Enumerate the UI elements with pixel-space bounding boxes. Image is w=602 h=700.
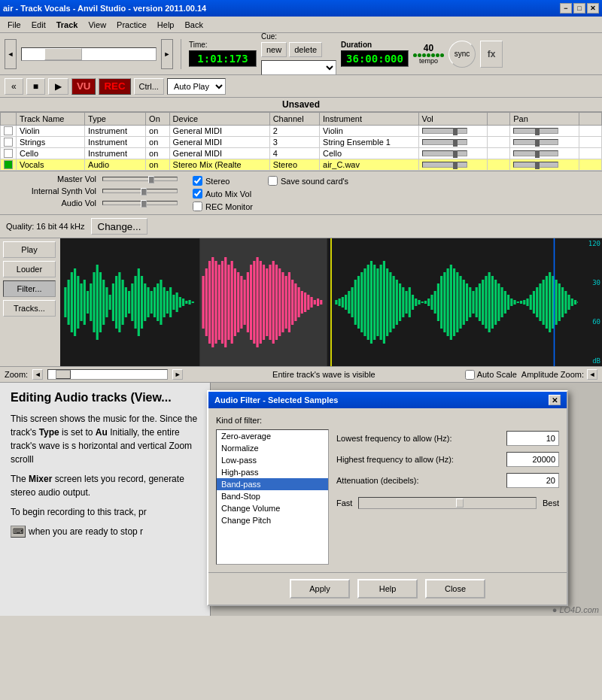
menu-help[interactable]: Help <box>153 19 179 31</box>
lowest-freq-input[interactable] <box>506 431 559 446</box>
filter-params: Lowest frequency to allow (Hz): Highest … <box>336 416 559 565</box>
db-label-60: 60 <box>578 318 600 326</box>
row-pan <box>510 148 579 159</box>
svg-rect-119 <box>453 268 455 336</box>
filter-item-change-pitch[interactable]: Change Pitch <box>217 514 328 526</box>
filter-item-low-pass[interactable]: Low-pass <box>217 454 328 466</box>
toolbar: ◄ ► Time: 1:01:173 Cue: new delete Durat… <box>0 33 602 75</box>
filter-item-band-stop[interactable]: Band-Stop <box>217 490 328 502</box>
stop-button[interactable]: ■ <box>26 78 45 95</box>
row-type: Instrument <box>85 137 146 148</box>
quality-slider[interactable] <box>358 497 537 509</box>
rec-monitor-checkbox[interactable] <box>193 202 202 211</box>
menu-practice[interactable]: Practice <box>112 19 151 31</box>
svg-rect-28 <box>147 287 149 317</box>
table-row[interactable]: Vocals Audio on Stereo Mix (Realte Stere… <box>1 159 602 171</box>
svg-rect-151 <box>555 280 558 325</box>
svg-rect-59 <box>253 261 255 344</box>
svg-rect-7 <box>80 283 82 321</box>
maximize-button[interactable]: □ <box>573 3 585 14</box>
svg-rect-157 <box>574 300 576 305</box>
stereo-checkbox[interactable] <box>193 176 202 186</box>
filter-item-band-pass[interactable]: Band-pass <box>217 478 328 490</box>
svg-rect-116 <box>443 272 445 332</box>
zoom-scrollbar[interactable] <box>47 369 168 380</box>
sync-button[interactable]: sync <box>448 41 476 68</box>
row-indicator <box>1 148 17 159</box>
close-window-button[interactable]: ✕ <box>587 3 599 14</box>
autoplay-select[interactable]: Auto Play Manual Loop <box>167 78 226 95</box>
svg-rect-130 <box>488 272 491 332</box>
fx-button[interactable]: fx <box>480 41 503 68</box>
play-wave-button[interactable]: Play <box>3 241 56 258</box>
cue-select[interactable] <box>261 60 336 75</box>
filter-item-change-volume[interactable]: Change Volume <box>217 502 328 514</box>
position-scrollbar[interactable] <box>21 47 157 61</box>
zoom-right-arrow[interactable]: ► <box>172 369 183 380</box>
menu-view[interactable]: View <box>84 19 111 31</box>
col-on: On <box>146 113 169 126</box>
attenuation-input[interactable] <box>506 473 559 488</box>
table-row[interactable]: Strings Instrument on General MIDI 3 Str… <box>1 137 602 148</box>
filter-item-high-pass[interactable]: High-pass <box>217 466 328 478</box>
filter-button[interactable]: Filter... <box>3 280 56 297</box>
row-on: on <box>146 126 169 137</box>
cue-new-button[interactable]: new <box>261 42 287 57</box>
svg-rect-71 <box>291 280 293 325</box>
rec-button[interactable]: REC <box>99 78 130 95</box>
svg-rect-99 <box>389 272 391 332</box>
row-track-name: Strings <box>17 137 85 148</box>
scroll-right-arrow[interactable]: ► <box>161 39 173 69</box>
svg-rect-101 <box>396 280 398 325</box>
ctrl-button[interactable]: Ctrl... <box>134 78 164 95</box>
save-sound-checkbox[interactable] <box>268 176 278 186</box>
menu-track[interactable]: Track <box>52 19 83 31</box>
row-track-name: Cello <box>17 148 85 159</box>
internal-synth-row: Internal Synth Vol <box>6 186 178 195</box>
db-label-30: 30 <box>578 279 600 286</box>
table-row[interactable]: Cello Instrument on General MIDI 4 Cello <box>1 148 602 159</box>
zoom-left-arrow[interactable]: ◄ <box>32 369 43 380</box>
lower-area: Editing Audio tracks (View... This scree… <box>0 383 602 616</box>
row-pan-right <box>579 126 602 137</box>
svg-rect-137 <box>510 298 512 306</box>
close-dialog-button[interactable]: Close <box>425 579 485 598</box>
row-type: Audio <box>85 159 146 171</box>
play-button[interactable]: ▶ <box>48 78 68 95</box>
auto-mix-checkbox[interactable] <box>193 189 202 198</box>
filter-item-normalize[interactable]: Normalize <box>217 442 328 454</box>
svg-rect-83 <box>339 298 341 306</box>
minimize-button[interactable]: − <box>560 3 572 14</box>
row-on: on <box>146 137 169 148</box>
dialog-close-button[interactable]: ✕ <box>549 395 561 405</box>
tracks-button[interactable]: Tracks... <box>3 300 56 317</box>
cue-delete-button[interactable]: delete <box>289 42 322 57</box>
amplitude-zoom-arrow[interactable]: ◄ <box>587 369 597 380</box>
waveform-svg <box>60 238 602 366</box>
svg-rect-62 <box>263 265 265 340</box>
rewind-button[interactable]: « <box>5 78 23 95</box>
scroll-left-arrow[interactable]: ◄ <box>5 39 17 69</box>
apply-button[interactable]: Apply <box>290 579 350 598</box>
rec-monitor-label: REC Monitor <box>205 202 253 211</box>
svg-rect-52 <box>231 261 233 344</box>
svg-rect-68 <box>281 272 284 332</box>
svg-rect-21 <box>125 287 127 317</box>
highest-freq-input[interactable] <box>506 452 559 467</box>
menu-back[interactable]: Back <box>180 19 207 31</box>
svg-rect-125 <box>472 291 474 314</box>
svg-rect-139 <box>517 302 519 303</box>
filter-list[interactable]: Zero-average Normalize Low-pass High-pas… <box>216 429 329 565</box>
svg-rect-87 <box>351 287 353 317</box>
louder-button[interactable]: Louder <box>3 261 56 277</box>
menu-file[interactable]: File <box>3 19 26 31</box>
menu-edit[interactable]: Edit <box>27 19 50 31</box>
vu-button[interactable]: VU <box>71 78 96 95</box>
svg-rect-153 <box>561 287 564 317</box>
help-button[interactable]: Help <box>357 579 418 598</box>
filter-item-zero-average[interactable]: Zero-average <box>217 430 328 442</box>
duration-label: Duration <box>341 41 409 49</box>
table-row[interactable]: Violin Instrument on General MIDI 2 Viol… <box>1 126 602 137</box>
auto-scale-checkbox[interactable] <box>465 370 475 380</box>
change-button[interactable]: Change... <box>91 218 148 235</box>
